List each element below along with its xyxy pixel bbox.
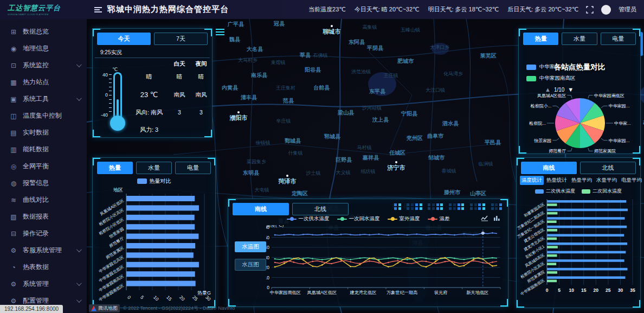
sidebar-item-操作记录[interactable]: ⊟操作记录 (0, 225, 87, 242)
svg-text:20: 20 (178, 295, 186, 302)
line-tab-北线[interactable]: 北线 (292, 203, 349, 215)
pie-legend-item[interactable]: 中华家园南高区 (526, 75, 576, 82)
svg-text:凤凰城A区低区: 凤凰城A区低区 (307, 290, 337, 295)
report-icon: ▧ (10, 213, 17, 221)
energy-icon: ▥ (10, 146, 17, 154)
alarm-icon: ◍ (10, 180, 17, 187)
sidebar-item-能耗数据[interactable]: ▥能耗数据 (0, 141, 87, 158)
sidebar-item-数据报表[interactable]: ▧数据报表 (0, 208, 87, 225)
stat-subtab-热量统计[interactable]: 热量统计 (545, 176, 569, 185)
night-wind-power: 3 (190, 107, 212, 118)
svg-text:中华家园...: 中华家园... (609, 138, 630, 143)
legend-item-室外温度[interactable]: 室外温度 (388, 215, 420, 222)
day-wind: 南风 (169, 89, 190, 101)
legend-label: 热量对比 (150, 177, 171, 185)
system-gear-icon: ⚙ (10, 280, 17, 288)
weather-tab-今天[interactable]: 今天 (97, 33, 151, 45)
status-url: 192.168.254.196:8000 (0, 305, 63, 313)
svg-text:25: 25 (606, 288, 611, 293)
sidebar-item-温度集中控制[interactable]: ◫温度集中控制 (0, 107, 87, 124)
stat-subtab-水量平均[interactable]: 水量平均 (595, 176, 619, 185)
pie-title: 各站点热量对比 (519, 62, 640, 72)
sidebar-item-系统工具[interactable]: ▣系统工具 (0, 91, 87, 107)
thermo-bulb (110, 116, 125, 131)
sidebar-item-全网平衡[interactable]: ◎全网平衡 (0, 158, 87, 175)
sidebar-item-实时数据[interactable]: ▤实时数据 (0, 124, 87, 141)
balance-icon: ◎ (10, 163, 17, 170)
legend-swatch (137, 178, 147, 184)
svg-text:15: 15 (165, 295, 173, 302)
sidebar-item-label: 数据总览 (23, 27, 49, 36)
panel-collapse-icon[interactable] (216, 29, 224, 35)
sidebar-item-热力站点[interactable]: ▦热力站点 (0, 74, 87, 91)
line-tab-南线[interactable]: 南线 (521, 162, 577, 174)
line-chart-toggle-icon[interactable] (481, 214, 488, 222)
metric-tab-热量[interactable]: 热量 (97, 162, 133, 174)
weather-tab-7天[interactable]: 7天 (154, 33, 208, 45)
sidebar-item-报警信息[interactable]: ◍报警信息 (0, 175, 87, 191)
stat-subtab-温度统计[interactable]: 温度统计 (520, 176, 544, 185)
sidebar-item-系统监控[interactable]: ⊡系统监控 (0, 57, 87, 74)
stat-subtab-热量平均[interactable]: 热量平均 (570, 176, 594, 185)
sidebar-item-热表数据[interactable]: ◔热表数据 (0, 259, 87, 276)
metric-tab-水量[interactable]: 水量 (136, 162, 172, 174)
svg-text:中华家...: 中华家... (614, 121, 631, 126)
sidebar-item-系统管理[interactable]: ⚙系统管理 (0, 276, 87, 292)
svg-text:检察院小...: 检察院小... (530, 104, 552, 108)
svg-text:万象世纪一期高: 万象世纪一期高 (387, 290, 417, 295)
pixel-decoration (394, 203, 503, 210)
heat-water-power-tabs: 热量水量电量 (93, 158, 215, 176)
metric-tab-水量[interactable]: 水量 (562, 33, 597, 45)
legend-line-marker (287, 219, 297, 220)
water-pressure-button[interactable]: 水压图 (235, 259, 266, 271)
metric-tab-热量[interactable]: 热量 (523, 33, 558, 45)
header: 工达智慧云平台 GONGDA SMART CLOUD PLATFORM 郓城中润… (0, 0, 644, 19)
pager-indicator: 1/10 (554, 87, 564, 93)
metric-tab-电量[interactable]: 电量 (175, 162, 211, 174)
station-heat-bar-panel: 热量水量电量 热量对比 地区051015202530凤凰城A区低区检察院小区高区… (92, 157, 216, 308)
south-north-tabs: 南线北线 (228, 199, 353, 218)
bar-chart-toggle-icon[interactable] (493, 214, 500, 222)
sidebar-item-曲线对比[interactable]: ≋曲线对比 (0, 191, 87, 208)
svg-text:新天地低区: 新天地低区 (466, 290, 488, 295)
svg-text:5: 5 (558, 288, 561, 293)
weather-grid: 白天 夜间 ℃ 40 0 -40 晴 晴 晴 23 ℃ 南风 南风 风向: 南风 (93, 58, 212, 138)
legend-label: 二次供水温度 (546, 188, 575, 195)
service-gear-icon: ⚙ (10, 247, 17, 254)
legend-item-温差[interactable]: 温差 (428, 215, 450, 222)
sidebar-item-地理信息[interactable]: ◉地理信息 (0, 40, 87, 57)
map-canvas[interactable]: 聊城市泰安市濮阳市菏泽市济宁市广平县冠县魏县东阿县平阴县大名县莘县肥城市莱芜区南… (87, 19, 644, 313)
pager-down-icon[interactable]: ▼ (568, 86, 574, 93)
city-dot (331, 25, 333, 27)
line-tab-北线[interactable]: 北线 (580, 162, 636, 174)
stat-subtab-电量平均[interactable]: 电量平均 (620, 176, 643, 185)
station-heat-pie-panel: 热量水量电量 各站点热量对比 中华家园南低区 中华家园南高区 ▲ 1/10 ▼ … (518, 28, 641, 154)
legend-item-一次回水温度[interactable]: 一次回水温度 (337, 215, 380, 222)
pager-up-icon[interactable]: ▲ (545, 86, 551, 93)
user-name[interactable]: 管理员 (619, 5, 636, 14)
temp-control-icon: ◫ (10, 112, 17, 120)
fullscreen-icon[interactable] (586, 6, 594, 14)
svg-text:5: 5 (139, 295, 145, 301)
day-condition: 晴 (169, 71, 190, 83)
thermo-tick-neg40: -40 (97, 112, 108, 118)
left-chart-legend[interactable]: 热量对比 (93, 176, 215, 186)
line-tab-南线[interactable]: 南线 (233, 203, 289, 215)
logo-title: 工达智慧云平台 (8, 3, 87, 13)
sidebar-toggle-icon[interactable] (94, 7, 102, 12)
tencent-logo-icon (91, 306, 96, 311)
now-condition: 晴 (130, 71, 169, 82)
metric-tab-电量[interactable]: 电量 (601, 33, 636, 45)
legend-item-二次供水温度[interactable]: 二次供水温度 (535, 188, 575, 195)
supply-return-bar-chart: 05101520253035和馨家园高区万象世纪二期高区万象世纪一期高区建龙公馆… (517, 196, 638, 308)
svg-text:热量G: 热量G (197, 290, 211, 296)
sidebar-item-客服系统管理[interactable]: ⚙客服系统管理 (0, 242, 87, 259)
svg-text:0: 0 (126, 295, 132, 301)
legend-item-二次回水温度[interactable]: 二次回水温度 (582, 188, 622, 195)
legend-item-一次供水温度[interactable]: 一次供水温度 (287, 215, 330, 222)
water-temp-button[interactable]: 水温图 (235, 241, 266, 252)
sidebar-item-数据总览[interactable]: ⊞数据总览 (0, 23, 87, 40)
avatar[interactable] (601, 5, 611, 15)
thermo-tube (113, 72, 122, 118)
weather-col-night: 夜间 (190, 60, 212, 68)
